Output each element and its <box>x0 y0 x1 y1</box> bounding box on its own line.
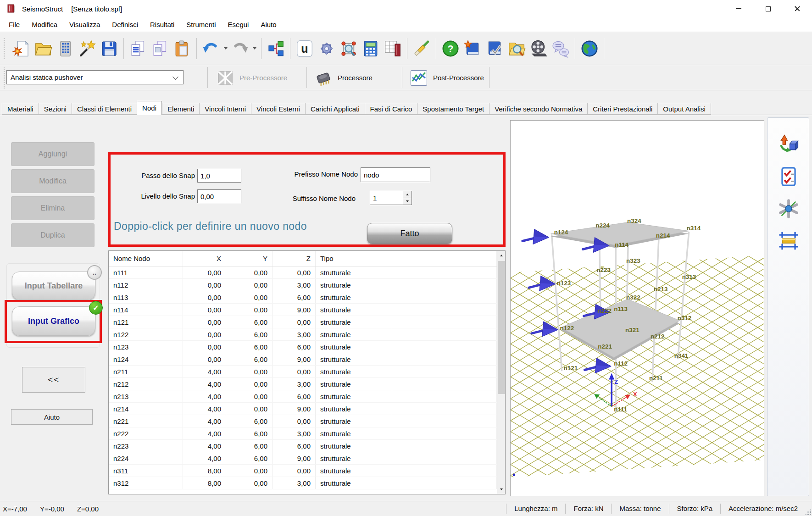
model-viewer-button[interactable] <box>338 38 359 59</box>
minimize-button[interactable] <box>724 0 753 17</box>
table-row-n222[interactable]: n2224,006,003,00strutturale <box>109 427 497 440</box>
copy-image-button[interactable] <box>150 38 171 59</box>
redo-dropdown-button[interactable] <box>251 38 258 59</box>
table-row-n211[interactable]: n2114,000,000,00strutturale <box>109 366 497 378</box>
tab-spostamento-target[interactable]: Spostamento Target <box>417 103 489 115</box>
check-wizard-button[interactable] <box>484 38 505 59</box>
redo-button[interactable] <box>229 38 250 59</box>
menu-item-esegui[interactable]: Esegui <box>222 21 255 28</box>
format-brush-button[interactable] <box>411 38 432 59</box>
snap-level-input[interactable] <box>197 189 241 203</box>
graphic-input-button[interactable]: Input Grafico <box>12 306 95 336</box>
processor-button[interactable]: Processore <box>314 67 373 88</box>
snap-step-input[interactable] <box>197 169 241 183</box>
analysis-type-select[interactable]: Analisi statica pushover <box>6 70 184 84</box>
viewport-3d[interactable]: Z X n124n224n324n314n214n114n323n223n313… <box>510 120 764 496</box>
menu-item-aiuto[interactable]: Aiuto <box>255 21 282 28</box>
collapse-button[interactable]: << <box>22 367 85 393</box>
wizard-button[interactable] <box>77 38 98 59</box>
table-row-n213[interactable]: n2134,000,006,00strutturale <box>109 390 497 403</box>
tab-sezioni[interactable]: Sezioni <box>39 103 72 115</box>
column-header-y[interactable]: Y <box>226 251 273 266</box>
calculator-button[interactable] <box>360 38 381 59</box>
table-row-n121[interactable]: n1210,006,000,00strutturale <box>109 316 497 328</box>
sidebar-help-button[interactable]: Aiuto <box>11 409 93 425</box>
edit-button[interactable]: Modifica <box>11 169 95 193</box>
table-row-n311[interactable]: n3118,000,000,00strutturale <box>109 465 497 477</box>
table-row-n214[interactable]: n2144,000,009,00strutturale <box>109 403 497 415</box>
done-button[interactable]: Fatto <box>367 223 452 244</box>
toolbar-grip[interactable] <box>4 38 6 59</box>
tab-verifiche-secondo-normativa[interactable]: Verifiche secondo Normativa <box>489 103 587 115</box>
checklist-button[interactable] <box>777 165 801 189</box>
table-row-n123[interactable]: n1230,006,006,00strutturale <box>109 341 497 353</box>
table-row-n212[interactable]: n2124,000,003,00strutturale <box>109 378 497 390</box>
orientation-cube-button[interactable] <box>777 133 801 156</box>
resize-grip[interactable] <box>805 509 811 515</box>
add-button[interactable]: Aggiungi <box>11 142 95 166</box>
new-project-button[interactable] <box>11 38 32 59</box>
help-button[interactable]: ? <box>440 38 461 59</box>
table-row-n111[interactable]: n1110,000,000,00strutturale <box>109 266 497 279</box>
column-header-x[interactable]: X <box>183 251 226 266</box>
table-input-button[interactable]: Input Tabellare <box>12 272 95 300</box>
menu-item-risultati[interactable]: Risultati <box>144 21 180 28</box>
element-connectivity-button[interactable] <box>265 38 286 59</box>
tab-criteri-prestazionali[interactable]: Criteri Prestazionali <box>587 103 657 115</box>
table-scrollbar[interactable] <box>497 251 505 494</box>
column-header-nome-nodo[interactable]: Nome Nodo <box>109 251 183 266</box>
example-search-button[interactable] <box>506 38 527 59</box>
tab-carichi-applicati[interactable]: Carichi Applicati <box>305 103 365 115</box>
table-row-n312[interactable]: n3128,000,003,00strutturale <box>109 477 497 489</box>
column-header-tipo[interactable]: Tipo <box>316 251 392 266</box>
node-suffix-stepper[interactable]: 1 <box>370 191 412 205</box>
maximize-button[interactable] <box>753 0 783 17</box>
tab-nodi[interactable]: Nodi <box>137 101 162 115</box>
scrollbar-thumb[interactable] <box>498 261 505 394</box>
video-tutorial-button[interactable] <box>528 38 549 59</box>
stepper-up-button[interactable] <box>403 191 412 198</box>
settings-button[interactable] <box>316 38 337 59</box>
table-row-n223[interactable]: n2234,006,006,00strutturale <box>109 440 497 452</box>
menu-item-visualizza[interactable]: Visualizza <box>63 21 106 28</box>
tab-output-analisi[interactable]: Output Analisi <box>657 103 711 115</box>
menu-item-modifica[interactable]: Modifica <box>26 21 63 28</box>
table-row-n114[interactable]: n1140,000,009,00strutturale <box>109 304 497 316</box>
close-button[interactable] <box>783 0 812 17</box>
website-button[interactable] <box>579 38 600 59</box>
open-project-button[interactable] <box>33 38 54 59</box>
units-button[interactable]: u <box>294 38 315 59</box>
scroll-up-button[interactable] <box>497 251 506 260</box>
node-3d-view-button[interactable] <box>777 197 801 221</box>
table-row-n112[interactable]: n1120,000,003,00strutturale <box>109 279 497 291</box>
scroll-down-button[interactable] <box>497 485 506 494</box>
building-plan-button[interactable] <box>382 38 403 59</box>
save-button[interactable] <box>99 38 120 59</box>
pre-processor-button[interactable]: Pre-Processore <box>216 67 287 88</box>
feedback-button[interactable] <box>550 38 571 59</box>
tab-vincoli-interni[interactable]: Vincoli Interni <box>199 103 251 115</box>
post-processor-button[interactable]: Post-Processore <box>409 67 484 88</box>
undo-dropdown-button[interactable] <box>222 38 229 59</box>
tab-classi-di-elementi[interactable]: Classi di Elementi <box>72 103 137 115</box>
paste-button[interactable] <box>172 38 193 59</box>
table-row-n122[interactable]: n1220,006,003,00strutturale <box>109 328 497 341</box>
menu-item-file[interactable]: File <box>3 21 26 28</box>
slab-element-button[interactable] <box>777 229 801 253</box>
copy-report-button[interactable] <box>128 38 149 59</box>
node-prefix-input[interactable] <box>361 167 430 182</box>
undo-button[interactable] <box>200 38 222 59</box>
tab-materiali[interactable]: Materiali <box>2 103 39 115</box>
delete-button[interactable]: Elimina <box>11 196 95 220</box>
building-modeller-button[interactable] <box>55 38 76 59</box>
tutorial-button[interactable] <box>462 38 483 59</box>
table-row-n224[interactable]: n2244,006,009,00strutturale <box>109 452 497 465</box>
tab-vincoli-esterni[interactable]: Vincoli Esterni <box>251 103 305 115</box>
viewport-3d-canvas[interactable]: Z X n124n224n324n314n214n114n323n223n313… <box>511 121 764 496</box>
stepper-down-button[interactable] <box>403 198 412 205</box>
menu-item-strumenti[interactable]: Strumenti <box>180 21 222 28</box>
menu-item-definisci[interactable]: Definisci <box>106 21 144 28</box>
duplicate-button[interactable]: Duplica <box>11 223 95 247</box>
toolbar-grip[interactable] <box>4 67 6 89</box>
table-row-n124[interactable]: n1240,006,009,00strutturale <box>109 353 497 366</box>
